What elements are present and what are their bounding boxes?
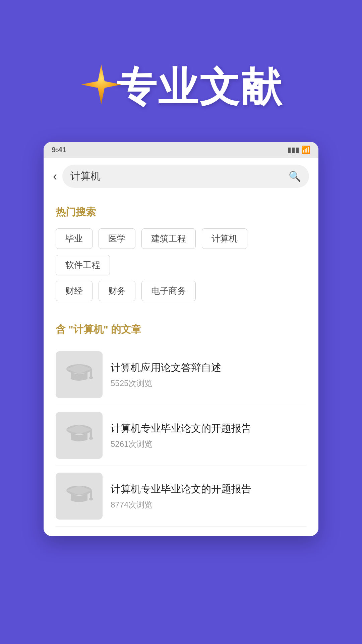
article-title-1: 计算机应用论文答辩自述 [111, 361, 306, 375]
svg-point-4 [89, 376, 93, 379]
tag-jianzhu[interactable]: 建筑工程 [141, 228, 196, 249]
article-views-1: 5525次浏览 [111, 378, 306, 389]
search-area: ‹ 计算机 🔍 [44, 158, 318, 195]
article-views-2: 5261次浏览 [111, 439, 306, 449]
article-info-3: 计算机专业毕业论文的开题报告 8774次浏览 [111, 482, 306, 510]
svg-rect-3 [90, 369, 92, 377]
grad-cap-icon-3 [64, 481, 94, 511]
svg-point-8 [89, 437, 93, 440]
tag-caijing[interactable]: 财经 [56, 281, 93, 301]
search-bar[interactable]: 计算机 🔍 [62, 165, 309, 188]
article-info-1: 计算机应用论文答辩自述 5525次浏览 [111, 361, 306, 389]
grad-cap-icon-1 [64, 360, 94, 390]
search-input[interactable]: 计算机 [70, 169, 285, 183]
article-title-2: 计算机专业毕业论文的开题报告 [111, 421, 306, 435]
article-section: 含 "计算机" 的文章 计算机应用论文答辩自述 5525次浏览 [44, 313, 318, 536]
tag-jisuanji[interactable]: 计算机 [202, 228, 247, 249]
svg-marker-0 [81, 64, 121, 105]
tag-caiwu[interactable]: 财务 [99, 281, 135, 301]
battery-indicator: ▮▮▮ 📶 [287, 146, 310, 154]
article-thumb-1 [56, 351, 103, 398]
svg-point-12 [89, 498, 93, 500]
hero-section: 专业文献 [0, 0, 362, 142]
article-item-1[interactable]: 计算机应用论文答辩自述 5525次浏览 [56, 344, 306, 405]
article-title-3: 计算机专业毕业论文的开题报告 [111, 482, 306, 496]
article-item-3[interactable]: 计算机专业毕业论文的开题报告 8774次浏览 [56, 466, 306, 527]
search-icon[interactable]: 🔍 [289, 170, 301, 182]
tags-row-1: 毕业 医学 建筑工程 计算机 软件工程 [56, 228, 306, 275]
svg-rect-7 [90, 430, 92, 438]
status-time: 9:41 [52, 146, 66, 154]
article-info-2: 计算机专业毕业论文的开题报告 5261次浏览 [111, 421, 306, 449]
app-title: 专业文献 [116, 60, 283, 115]
article-thumb-3 [56, 473, 103, 520]
phone-card: 9:41 ▮▮▮ 📶 ‹ 计算机 🔍 热门搜索 毕业 医学 建筑工程 计算机 软… [44, 142, 318, 536]
logo-area: 专业文献 [79, 60, 283, 115]
hot-search-section: 热门搜索 毕业 医学 建筑工程 计算机 软件工程 财经 财务 电子商务 [44, 195, 318, 313]
back-button[interactable]: ‹ [53, 170, 57, 182]
svg-rect-11 [90, 490, 92, 498]
grad-cap-icon-2 [64, 420, 94, 450]
tag-biiye[interactable]: 毕业 [56, 228, 93, 249]
article-section-title: 含 "计算机" 的文章 [56, 323, 306, 336]
article-item-2[interactable]: 计算机专业毕业论文的开题报告 5261次浏览 [56, 405, 306, 466]
article-views-3: 8774次浏览 [111, 499, 306, 510]
tag-dianshang[interactable]: 电子商务 [141, 281, 196, 301]
hot-search-title: 热门搜索 [56, 205, 306, 219]
content-area: 热门搜索 毕业 医学 建筑工程 计算机 软件工程 财经 财务 电子商务 含 "计… [44, 195, 318, 536]
tags-row-2: 财经 财务 电子商务 [56, 281, 306, 301]
tag-yixue[interactable]: 医学 [99, 228, 135, 249]
status-bar: 9:41 ▮▮▮ 📶 [44, 142, 318, 158]
sparkle-icon [79, 63, 123, 106]
status-battery: ▮▮▮ 📶 [287, 146, 310, 154]
tag-ruanjian[interactable]: 软件工程 [56, 255, 110, 275]
article-thumb-2 [56, 412, 103, 459]
